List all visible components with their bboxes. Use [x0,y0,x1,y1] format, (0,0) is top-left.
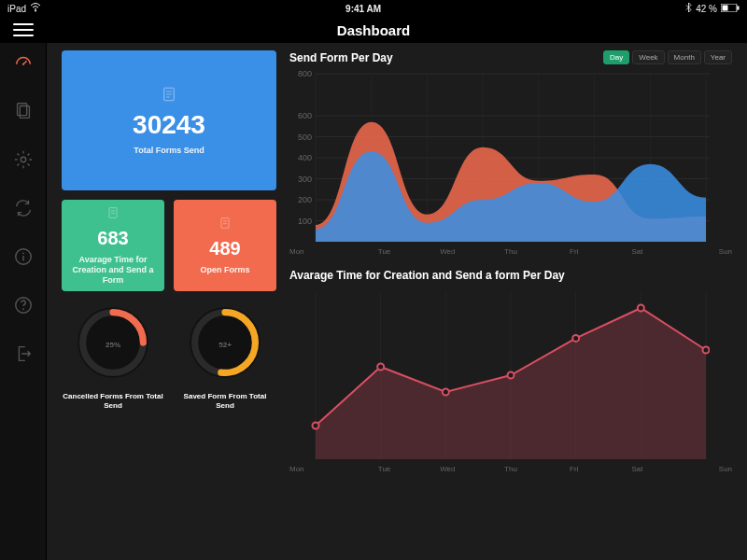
svg-point-5 [21,63,23,65]
gauge-saved: 52+ Saved Form From Total Send [174,301,276,410]
open-forms-label: Open Forms [200,265,249,275]
page-title: Dashboard [0,22,747,38]
svg-rect-2 [723,5,728,10]
info-icon[interactable] [13,246,34,267]
svg-rect-3 [738,6,740,9]
svg-point-65 [572,335,579,342]
gauge-cancelled-label: Cancelled Forms From Total Send [62,392,164,410]
avg-time-label: Avarage Time for Creation and Send a For… [62,255,164,285]
open-icon [218,216,233,234]
sync-icon[interactable] [13,198,34,218]
help-icon[interactable] [13,295,34,315]
svg-point-66 [638,305,644,312]
svg-rect-7 [20,106,29,119]
svg-text:25%: 25% [106,341,120,349]
segment-year[interactable]: Year [704,50,732,64]
svg-point-11 [22,252,24,254]
battery-label: 42 % [696,4,717,14]
avg-time-value: 683 [97,228,128,249]
time-segment: DayWeekMonthYear [603,50,732,64]
status-bar: iPad 9:41 AM 42 % [0,0,747,17]
svg-text:400: 400 [298,153,312,162]
svg-text:500: 500 [298,133,312,142]
svg-text:800: 800 [298,69,312,78]
open-forms-value: 489 [209,238,240,259]
svg-text:52+: 52+ [218,341,232,349]
logout-icon[interactable] [13,343,34,364]
svg-rect-6 [17,104,26,116]
segment-month[interactable]: Month [668,50,701,64]
svg-text:200: 200 [298,195,312,204]
svg-text:300: 300 [298,175,312,184]
bluetooth-icon [685,3,692,14]
clock: 9:41 AM [41,4,685,14]
segment-day[interactable]: Day [603,50,629,64]
device-label: iPad [7,4,26,14]
gear-icon[interactable] [13,149,34,170]
svg-point-61 [313,423,319,429]
svg-point-13 [22,308,24,310]
svg-point-63 [443,389,449,396]
area-chart: 100200300400500600800 [289,68,710,245]
card-total-forms[interactable]: 30243 Total Forms Send [62,50,276,190]
card-avg-time[interactable]: 683 Avarage Time for Creation and Send a… [62,200,164,291]
timer-icon [106,205,120,224]
battery-icon [721,4,740,14]
content: 30243 Total Forms Send 683 Avarage Time … [47,43,747,560]
area-chart-title: Send Form Per Day [289,51,393,64]
svg-text:600: 600 [298,111,312,120]
dashboard-icon[interactable] [13,52,34,73]
gauge-cancelled: 25% Cancelled Forms From Total Send [62,301,164,410]
svg-point-64 [508,372,514,379]
svg-point-8 [21,157,26,162]
total-forms-value: 30243 [133,110,205,140]
svg-point-0 [35,10,36,12]
line-chart [289,286,710,463]
card-open-forms[interactable]: 489 Open Forms [174,200,276,291]
line-chart-x-axis: MonTueWedThuFriSatSun [289,465,732,473]
svg-point-67 [703,347,710,354]
gauge-saved-label: Saved Form From Total Send [174,392,276,410]
svg-text:100: 100 [298,217,312,226]
copy-icon[interactable] [13,101,34,121]
segment-week[interactable]: Week [632,50,664,64]
sidebar [0,43,47,560]
svg-rect-21 [221,218,229,229]
wifi-icon [30,3,41,14]
app-header: Dashboard [0,17,747,43]
area-chart-x-axis: MonTueWedThuFriSatSun [289,247,732,256]
total-forms-label: Total Forms Send [134,146,204,156]
svg-point-62 [377,364,384,371]
forms-icon [161,86,177,106]
svg-rect-18 [109,208,117,218]
line-chart-title: Avarage Time for Creation and Send a for… [289,269,565,282]
